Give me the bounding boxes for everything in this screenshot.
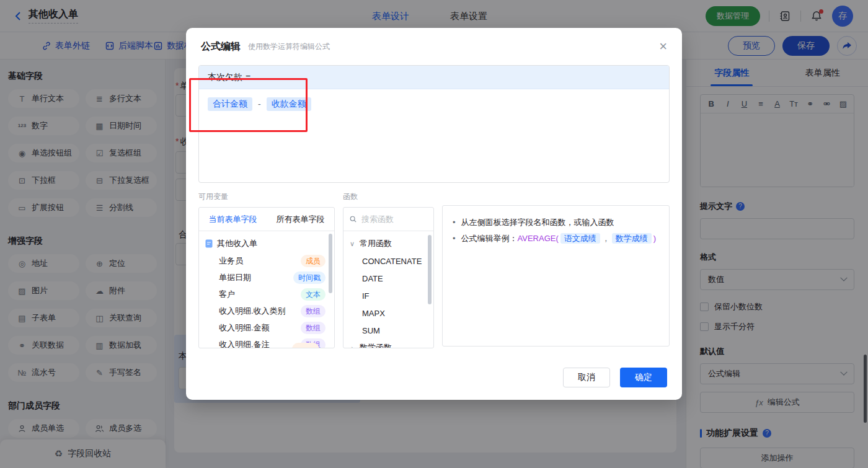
formula-field-chip[interactable]: 收款金额	[267, 97, 311, 111]
tree-root-form[interactable]: 其他收入单	[199, 235, 334, 252]
type-badge: 文本	[301, 288, 326, 301]
form-doc-icon	[205, 239, 213, 248]
formula-expression: 合计金额 - 收款金额	[199, 89, 669, 119]
confirm-button[interactable]: 确定	[620, 368, 667, 387]
tip-text: 从左侧面板选择字段名和函数，或输入函数	[461, 214, 614, 231]
formula-target-bar: 本次欠款 =	[199, 66, 669, 89]
functions-scrollbar-thumb[interactable]	[428, 235, 432, 304]
function-item[interactable]: CONCATENATE	[343, 252, 433, 270]
dialog-subtitle: 使用数学运算符编辑公式	[248, 42, 330, 52]
formula-editor-dialog: 公式编辑 使用数学运算符编辑公式 × 本次欠款 = 合计金额 - 收款金额 可用…	[186, 28, 682, 400]
variable-row[interactable]: 客户文本	[199, 286, 334, 302]
formula-editor-area[interactable]: 本次欠款 = 合计金额 - 收款金额	[198, 65, 670, 183]
tab-all-form-fields[interactable]: 所有表单字段	[267, 208, 334, 231]
functions-panel: ∨常用函数 CONCATENATE DATE IF MAPX SUM ›数学函数…	[343, 207, 434, 348]
variables-panel: 当前表单字段 所有表单字段 其他收入单 业务员成员 单据日期时间戳 客户文本 收…	[198, 207, 335, 348]
dialog-title: 公式编辑	[201, 40, 241, 53]
variables-label: 可用变量	[198, 192, 335, 202]
function-name-text: )	[653, 234, 656, 243]
function-item[interactable]: SUM	[343, 322, 433, 339]
variable-row[interactable]: 单据日期时间戳	[199, 269, 334, 286]
type-badge: 时间戳	[293, 272, 326, 284]
function-group[interactable]: ∨常用函数	[343, 235, 433, 252]
formula-field-chip[interactable]: 合计金额	[208, 97, 252, 111]
variable-row[interactable]: 收入明细.收入类别数组	[199, 302, 334, 319]
equals-sign: =	[246, 73, 250, 82]
caret-right-icon: ›	[348, 344, 356, 348]
example-field-chip: 数学成绩	[612, 233, 652, 244]
function-name-text: AVERAGE(	[518, 234, 559, 243]
cancel-button[interactable]: 取消	[563, 368, 610, 387]
minus-operator: -	[258, 99, 261, 109]
variable-row[interactable]: 业务员成员	[199, 252, 334, 269]
function-search-input[interactable]	[361, 214, 427, 224]
tips-panel: •从左侧面板选择字段名和函数，或输入函数 • 公式编辑举例：AVERAGE(语文…	[442, 205, 670, 347]
variable-row[interactable]: 收入明细.金额数组	[199, 319, 334, 336]
tip-example: 公式编辑举例：AVERAGE(语文成绩，数学成绩)	[461, 231, 657, 247]
tree-root-label: 其他收入单	[217, 238, 257, 249]
functions-label: 函数	[343, 192, 434, 202]
type-badge: 成员	[301, 255, 326, 267]
variables-scrollbar-thumb[interactable]	[329, 234, 332, 293]
tab-current-form-fields[interactable]: 当前表单字段	[199, 208, 267, 231]
function-item[interactable]: IF	[343, 287, 433, 304]
formula-target-field: 本次欠款	[208, 72, 242, 83]
function-item[interactable]: DATE	[343, 270, 433, 287]
close-icon[interactable]: ×	[659, 40, 667, 53]
clipped-badge	[292, 343, 319, 348]
function-item[interactable]: MAPX	[343, 304, 433, 322]
search-icon	[350, 215, 356, 223]
dialog-header: 公式编辑 使用数学运算符编辑公式 ×	[186, 28, 682, 65]
example-field-chip: 语文成绩	[560, 233, 600, 244]
bullet-icon: •	[453, 231, 456, 247]
type-badge: 数组	[301, 305, 326, 317]
function-search[interactable]	[343, 208, 433, 231]
type-badge: 数组	[301, 322, 326, 334]
function-group[interactable]: ›数学函数	[343, 339, 433, 348]
caret-down-icon: ∨	[348, 240, 356, 248]
bullet-icon: •	[453, 214, 456, 231]
